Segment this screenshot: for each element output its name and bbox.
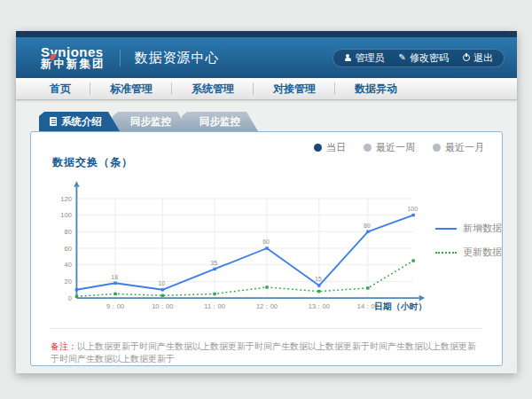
nav-item-3[interactable]: 对接管理 (254, 78, 335, 99)
legend-item-0: 新增数据 (435, 222, 502, 235)
nav-item-1[interactable]: 标准管理 (90, 78, 172, 99)
logout-label: 退出 (473, 51, 493, 65)
svg-text:100: 100 (407, 206, 418, 212)
svg-text:100: 100 (60, 211, 71, 219)
line-chart: 0204060801001209：0010：0011：0012：0013：001… (43, 172, 428, 325)
tab-label: 同步监控 (200, 112, 240, 131)
svg-text:13：00: 13：00 (309, 302, 330, 310)
radio-option-1[interactable]: 最近一周 (364, 141, 415, 154)
svg-text:80: 80 (64, 228, 71, 236)
nav-item-4[interactable]: 数据异动 (335, 78, 417, 99)
svg-text:12：00: 12：00 (256, 302, 278, 310)
change-password-label: 修改密码 (410, 51, 449, 65)
tab-1[interactable]: 同步监控 (113, 112, 189, 131)
radio-icon (433, 144, 441, 152)
company-logo: Synjones 新中新集团 (41, 45, 106, 71)
change-password-button[interactable]: ✎ 修改密码 (399, 51, 449, 65)
svg-text:9：00: 9：00 (106, 302, 124, 310)
footnote-text: 以上数据更新于时间产生数据以上数据更新于时间产生数据以上数据更新于时间产生数据以… (51, 341, 476, 364)
logo-text-cn: 新中新集团 (41, 59, 106, 70)
legend-item-1: 更新数据 (435, 246, 502, 259)
radio-option-2[interactable]: 最近一月 (433, 141, 484, 154)
tab-2[interactable]: 同步监控 (182, 112, 258, 131)
legend-swatch-icon (435, 252, 457, 254)
current-user-label: 管理员 (356, 51, 385, 65)
svg-text:40: 40 (64, 262, 71, 270)
power-icon (463, 54, 470, 61)
svg-text:10: 10 (158, 280, 165, 286)
app-header: Synjones 新中新集团 数据资源中心 管理员 ✎ 修改密码 退出 (16, 37, 517, 78)
tab-label: 同步监控 (130, 112, 171, 131)
radio-label: 最近一周 (376, 141, 415, 154)
chart-container: 0204060801001209：0010：0011：0012：0013：001… (43, 172, 502, 325)
chart-legend: 新增数据更新数据 (435, 222, 502, 325)
app-window: Synjones 新中新集团 数据资源中心 管理员 ✎ 修改密码 退出 首页标准… (16, 31, 517, 373)
document-icon (50, 117, 57, 126)
svg-text:11：00: 11：00 (204, 302, 225, 310)
radio-option-0[interactable]: 当日 (314, 141, 346, 154)
chart-y-axis-title: 数据交换（条） (52, 155, 502, 170)
main-nav: 首页标准管理系统管理对接管理数据异动 (16, 78, 517, 100)
tab-0[interactable]: 系统介绍 (39, 112, 120, 131)
user-toolbar: 管理员 ✎ 修改密码 退出 (332, 49, 505, 67)
radio-selected-icon (314, 144, 322, 152)
radio-label: 当日 (326, 141, 346, 154)
time-range-filter: 当日最近一周最近一月 (314, 141, 484, 154)
logout-button[interactable]: 退出 (463, 51, 493, 65)
footnote: 备注：以上数据更新于时间产生数据以上数据更新于时间产生数据以上数据更新于时间产生… (51, 328, 482, 365)
svg-text:0: 0 (68, 294, 72, 302)
legend-swatch-icon (435, 228, 457, 230)
nav-item-2[interactable]: 系统管理 (172, 78, 254, 99)
tab-bar: 系统介绍同步监控同步监控 (39, 112, 503, 131)
top-strip (16, 31, 517, 37)
edit-icon: ✎ (399, 53, 406, 62)
svg-text:日期（小时）: 日期（小时） (374, 301, 426, 311)
legend-label: 更新数据 (463, 246, 502, 259)
footnote-prefix: 备注： (51, 341, 77, 351)
svg-text:35: 35 (210, 260, 217, 266)
svg-text:120: 120 (60, 195, 71, 203)
content-area: 系统介绍同步监控同步监控 当日最近一周最近一月 数据交换（条） 02040608… (16, 100, 517, 372)
current-user[interactable]: 管理员 (344, 51, 385, 65)
svg-text:60: 60 (262, 239, 270, 245)
svg-text:18: 18 (111, 274, 118, 280)
svg-text:20: 20 (64, 278, 71, 286)
legend-label: 新增数据 (463, 222, 502, 235)
system-intro-panel: 当日最近一周最近一月 数据交换（条） 0204060801001209：0010… (30, 131, 503, 366)
radio-label: 最近一月 (445, 141, 484, 154)
radio-icon (364, 144, 372, 152)
svg-text:15: 15 (315, 276, 322, 282)
svg-text:80: 80 (364, 223, 371, 229)
page-title: 数据资源中心 (120, 50, 220, 66)
svg-text:10：00: 10：00 (152, 302, 173, 310)
user-icon (344, 54, 352, 62)
svg-text:60: 60 (64, 245, 71, 253)
tab-label: 系统介绍 (61, 112, 102, 131)
nav-item-0[interactable]: 首页 (30, 78, 90, 99)
